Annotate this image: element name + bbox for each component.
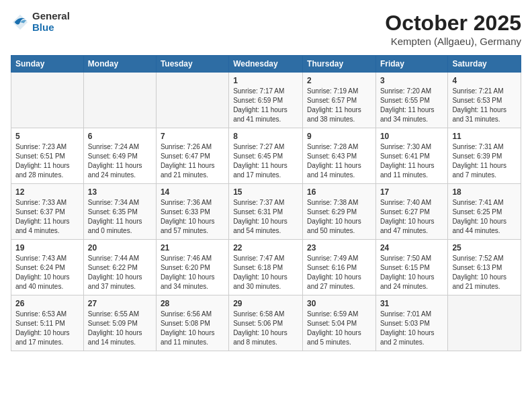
day-info: Sunrise: 7:47 AMSunset: 6:18 PMDaylight:… [233,254,298,291]
day-info: Sunrise: 6:58 AMSunset: 5:06 PMDaylight:… [233,310,298,347]
calendar-week-row: 26Sunrise: 6:53 AMSunset: 5:11 PMDayligh… [11,295,521,351]
logo: General Blue [11,11,70,33]
logo-blue: Blue [32,22,70,34]
day-info: Sunrise: 7:34 AMSunset: 6:35 PMDaylight:… [88,198,152,236]
calendar-day-cell [156,73,228,128]
logo-text: General Blue [32,11,70,33]
calendar-day-cell: 1Sunrise: 7:17 AMSunset: 6:59 PMDaylight… [229,73,303,128]
day-info: Sunrise: 7:21 AMSunset: 6:53 PMDaylight:… [452,87,517,124]
day-info: Sunrise: 7:40 AMSunset: 6:27 PMDaylight:… [380,198,443,236]
page-header: General Blue October 2025 Kempten (Allga… [11,11,521,47]
calendar-day-cell: 20Sunrise: 7:44 AMSunset: 6:22 PMDayligh… [83,240,156,295]
day-number: 27 [88,299,152,308]
day-info: Sunrise: 7:36 AMSunset: 6:33 PMDaylight:… [161,198,224,236]
calendar-day-cell: 11Sunrise: 7:31 AMSunset: 6:39 PMDayligh… [448,128,521,184]
calendar-day-cell: 3Sunrise: 7:20 AMSunset: 6:55 PMDaylight… [375,73,447,128]
day-number: 24 [380,243,443,253]
day-number: 11 [452,132,517,141]
day-info: Sunrise: 7:50 AMSunset: 6:15 PMDaylight:… [380,254,443,291]
day-info: Sunrise: 7:01 AMSunset: 5:03 PMDaylight:… [380,310,443,347]
calendar-day-cell: 27Sunrise: 6:55 AMSunset: 5:09 PMDayligh… [83,295,156,351]
day-info: Sunrise: 6:56 AMSunset: 5:08 PMDaylight:… [161,310,224,347]
day-info: Sunrise: 7:27 AMSunset: 6:45 PMDaylight:… [233,142,298,180]
day-info: Sunrise: 7:37 AMSunset: 6:31 PMDaylight:… [233,198,298,236]
weekday-header: Friday [375,56,447,73]
calendar-day-cell: 22Sunrise: 7:47 AMSunset: 6:18 PMDayligh… [229,240,303,295]
weekday-header: Saturday [448,56,521,73]
calendar-day-cell: 19Sunrise: 7:43 AMSunset: 6:24 PMDayligh… [11,240,84,295]
calendar-day-cell: 12Sunrise: 7:33 AMSunset: 6:37 PMDayligh… [11,184,84,240]
day-number: 12 [15,187,79,197]
calendar-day-cell: 8Sunrise: 7:27 AMSunset: 6:45 PMDaylight… [229,128,303,184]
calendar-day-cell: 17Sunrise: 7:40 AMSunset: 6:27 PMDayligh… [375,184,447,240]
calendar-day-cell: 15Sunrise: 7:37 AMSunset: 6:31 PMDayligh… [229,184,303,240]
day-info: Sunrise: 7:31 AMSunset: 6:39 PMDaylight:… [452,142,517,180]
location-subtitle: Kempten (Allgaeu), Germany [385,36,521,47]
day-number: 28 [161,299,224,308]
calendar-day-cell: 13Sunrise: 7:34 AMSunset: 6:35 PMDayligh… [83,184,156,240]
calendar-day-cell [83,73,156,128]
day-number: 7 [161,132,224,141]
day-number: 23 [307,243,371,253]
day-number: 21 [161,243,224,253]
calendar-day-cell: 28Sunrise: 6:56 AMSunset: 5:08 PMDayligh… [156,295,228,351]
calendar-day-cell: 25Sunrise: 7:52 AMSunset: 6:13 PMDayligh… [448,240,521,295]
day-number: 22 [233,243,298,253]
day-info: Sunrise: 7:24 AMSunset: 6:49 PMDaylight:… [88,142,152,180]
logo-general: General [32,11,70,22]
weekday-header: Tuesday [156,56,228,73]
calendar-day-cell: 9Sunrise: 7:28 AMSunset: 6:43 PMDaylight… [303,128,376,184]
day-info: Sunrise: 7:41 AMSunset: 6:25 PMDaylight:… [452,198,517,236]
day-info: Sunrise: 7:23 AMSunset: 6:51 PMDaylight:… [15,142,79,180]
logo-icon [11,13,30,32]
day-info: Sunrise: 7:38 AMSunset: 6:29 PMDaylight:… [307,198,371,236]
calendar-day-cell: 24Sunrise: 7:50 AMSunset: 6:15 PMDayligh… [375,240,447,295]
day-number: 29 [233,299,298,308]
day-info: Sunrise: 7:17 AMSunset: 6:59 PMDaylight:… [233,87,298,124]
day-number: 30 [307,299,371,308]
day-info: Sunrise: 6:53 AMSunset: 5:11 PMDaylight:… [15,310,79,347]
day-number: 6 [88,132,152,141]
day-info: Sunrise: 7:52 AMSunset: 6:13 PMDaylight:… [452,254,517,291]
month-title: October 2025 [385,11,521,36]
day-info: Sunrise: 7:49 AMSunset: 6:16 PMDaylight:… [307,254,371,291]
day-info: Sunrise: 7:19 AMSunset: 6:57 PMDaylight:… [307,87,371,124]
weekday-header: Sunday [11,56,84,73]
day-number: 20 [88,243,152,253]
day-number: 19 [15,243,79,253]
calendar-day-cell: 29Sunrise: 6:58 AMSunset: 5:06 PMDayligh… [229,295,303,351]
calendar-day-cell: 16Sunrise: 7:38 AMSunset: 6:29 PMDayligh… [303,184,376,240]
day-info: Sunrise: 7:20 AMSunset: 6:55 PMDaylight:… [380,87,443,124]
calendar-day-cell: 5Sunrise: 7:23 AMSunset: 6:51 PMDaylight… [11,128,84,184]
calendar-day-cell: 18Sunrise: 7:41 AMSunset: 6:25 PMDayligh… [448,184,521,240]
title-block: October 2025 Kempten (Allgaeu), Germany [385,11,521,47]
day-number: 5 [15,132,79,141]
calendar-day-cell: 6Sunrise: 7:24 AMSunset: 6:49 PMDaylight… [83,128,156,184]
calendar-header-row: SundayMondayTuesdayWednesdayThursdayFrid… [11,56,521,73]
day-info: Sunrise: 7:30 AMSunset: 6:41 PMDaylight:… [380,142,443,180]
day-number: 16 [307,187,371,197]
calendar-day-cell: 26Sunrise: 6:53 AMSunset: 5:11 PMDayligh… [11,295,84,351]
day-number: 2 [307,76,371,85]
weekday-header: Wednesday [229,56,303,73]
calendar-week-row: 5Sunrise: 7:23 AMSunset: 6:51 PMDaylight… [11,128,521,184]
day-number: 13 [88,187,152,197]
day-number: 31 [380,299,443,308]
calendar-day-cell: 14Sunrise: 7:36 AMSunset: 6:33 PMDayligh… [156,184,228,240]
weekday-header: Monday [83,56,156,73]
day-number: 14 [161,187,224,197]
day-number: 18 [452,187,517,197]
day-number: 9 [307,132,371,141]
day-info: Sunrise: 7:33 AMSunset: 6:37 PMDaylight:… [15,198,79,236]
calendar-table: SundayMondayTuesdayWednesdayThursdayFrid… [11,55,521,351]
day-info: Sunrise: 6:59 AMSunset: 5:04 PMDaylight:… [307,310,371,347]
day-number: 26 [15,299,79,308]
day-number: 1 [233,76,298,85]
calendar-week-row: 1Sunrise: 7:17 AMSunset: 6:59 PMDaylight… [11,73,521,128]
day-info: Sunrise: 7:28 AMSunset: 6:43 PMDaylight:… [307,142,371,180]
day-number: 3 [380,76,443,85]
calendar-day-cell: 23Sunrise: 7:49 AMSunset: 6:16 PMDayligh… [303,240,376,295]
day-info: Sunrise: 7:26 AMSunset: 6:47 PMDaylight:… [161,142,224,180]
calendar-day-cell: 4Sunrise: 7:21 AMSunset: 6:53 PMDaylight… [448,73,521,128]
calendar-week-row: 12Sunrise: 7:33 AMSunset: 6:37 PMDayligh… [11,184,521,240]
